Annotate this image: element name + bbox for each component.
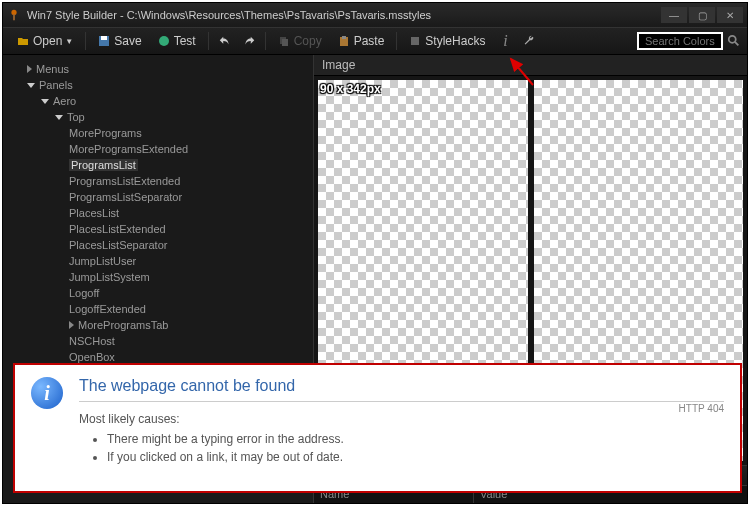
copy-button[interactable]: Copy bbox=[270, 31, 330, 51]
svg-line-11 bbox=[735, 42, 739, 46]
tree-item[interactable]: ProgramsListExtended bbox=[69, 173, 313, 189]
search-input[interactable] bbox=[637, 32, 723, 50]
tree-item[interactable]: ProgramsList bbox=[69, 157, 313, 173]
undo-button[interactable] bbox=[217, 33, 233, 49]
info-icon[interactable]: i bbox=[497, 33, 513, 49]
redo-button[interactable] bbox=[241, 33, 257, 49]
tree-item[interactable]: PlacesListExtended bbox=[69, 221, 313, 237]
wrench-icon[interactable] bbox=[521, 33, 537, 49]
paste-button[interactable]: Paste bbox=[330, 31, 393, 51]
titlebar[interactable]: Win7 Style Builder - C:\Windows\Resource… bbox=[3, 3, 747, 27]
save-button[interactable]: Save bbox=[90, 31, 149, 51]
tree-item[interactable]: Logoff bbox=[69, 285, 313, 301]
error-causes-label: Most likely causes: bbox=[79, 412, 724, 426]
open-button[interactable]: Open▼ bbox=[9, 31, 81, 51]
app-icon bbox=[7, 8, 21, 22]
toolbar: Open▼ Save Test Copy Paste StyleHacks i bbox=[3, 27, 747, 55]
svg-point-10 bbox=[729, 36, 736, 43]
close-button[interactable]: ✕ bbox=[717, 7, 743, 23]
error-code: HTTP 404 bbox=[679, 403, 724, 414]
image-tab[interactable]: Image bbox=[314, 55, 747, 76]
tree-node-menus[interactable]: Menus bbox=[27, 61, 313, 77]
error-cause: There might be a typing error in the add… bbox=[107, 430, 724, 448]
tree-item[interactable]: ProgramsListSeparator bbox=[69, 189, 313, 205]
maximize-button[interactable]: ▢ bbox=[689, 7, 715, 23]
tree-item[interactable]: MorePrograms bbox=[69, 125, 313, 141]
svg-point-4 bbox=[159, 36, 169, 46]
tree-item[interactable]: JumpListSystem bbox=[69, 269, 313, 285]
svg-rect-9 bbox=[411, 37, 419, 45]
tree-item[interactable]: MoreProgramsTab bbox=[69, 317, 313, 333]
info-icon: i bbox=[31, 377, 63, 409]
svg-rect-6 bbox=[282, 39, 288, 46]
tree-item[interactable]: NSCHost bbox=[69, 333, 313, 349]
tree-item[interactable]: PlacesList bbox=[69, 205, 313, 221]
error-panel: i The webpage cannot be found HTTP 404 M… bbox=[13, 363, 742, 493]
error-heading: The webpage cannot be found bbox=[79, 377, 724, 395]
svg-rect-8 bbox=[342, 36, 346, 39]
test-button[interactable]: Test bbox=[150, 31, 204, 51]
stylehacks-button[interactable]: StyleHacks bbox=[401, 31, 493, 51]
svg-rect-1 bbox=[13, 14, 15, 20]
tree-item[interactable]: JumpListUser bbox=[69, 253, 313, 269]
window-title: Win7 Style Builder - C:\Windows\Resource… bbox=[27, 9, 661, 21]
svg-rect-3 bbox=[101, 36, 107, 40]
search-icon[interactable] bbox=[727, 34, 741, 48]
tree-item[interactable]: PlacesListSeparator bbox=[69, 237, 313, 253]
minimize-button[interactable]: — bbox=[661, 7, 687, 23]
image-dimensions: 90 x 342px bbox=[320, 82, 381, 96]
tree-item[interactable]: MoreProgramsExtended bbox=[69, 141, 313, 157]
tree-item[interactable]: LogoffExtended bbox=[69, 301, 313, 317]
error-cause: If you clicked on a link, it may be out … bbox=[107, 448, 724, 466]
